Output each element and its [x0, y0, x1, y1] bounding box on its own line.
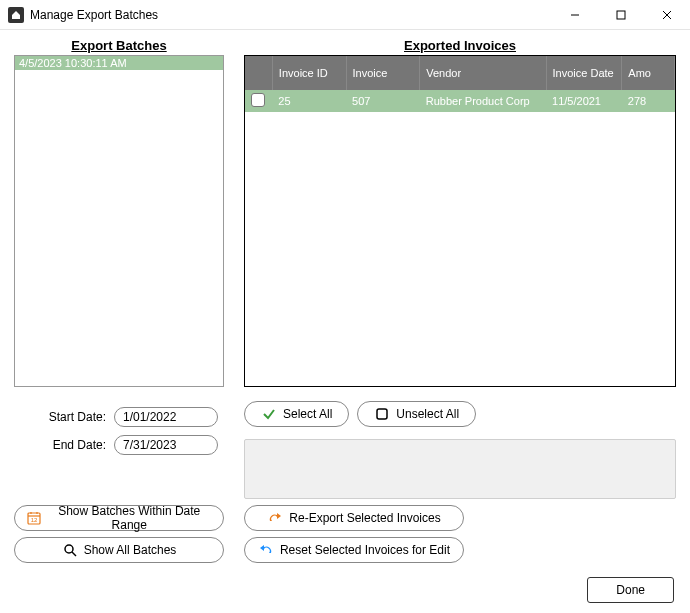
exported-invoices-grid[interactable]: Invoice ID Invoice Vendor Invoice Date A… [244, 55, 676, 387]
show-all-batches-label: Show All Batches [84, 543, 177, 557]
svg-text:12: 12 [31, 517, 38, 523]
select-all-button[interactable]: Select All [244, 401, 349, 427]
calendar-icon: 12 [27, 510, 41, 526]
show-all-batches-button[interactable]: Show All Batches [14, 537, 224, 563]
export-batches-list[interactable]: 4/5/2023 10:30:11 AM [14, 55, 224, 387]
cell-vendor: Rubber Product Corp [420, 90, 546, 112]
export-batches-title: Export Batches [14, 38, 224, 53]
reset-button[interactable]: Reset Selected Invoices for Edit [244, 537, 464, 563]
col-invoice-id[interactable]: Invoice ID [272, 56, 346, 90]
svg-point-9 [65, 545, 73, 553]
show-batches-range-label: Show Batches Within Date Range [47, 504, 211, 532]
col-checkbox[interactable] [245, 56, 272, 90]
select-all-label: Select All [283, 407, 332, 421]
unselect-all-label: Unselect All [396, 407, 459, 421]
titlebar: Manage Export Batches [0, 0, 690, 30]
svg-line-10 [72, 552, 76, 556]
maximize-button[interactable] [598, 0, 644, 30]
done-label: Done [616, 583, 645, 597]
row-checkbox[interactable] [251, 93, 265, 107]
end-date-label: End Date: [14, 438, 114, 452]
app-icon [8, 7, 24, 23]
cell-invoice-date: 11/5/2021 [546, 90, 622, 112]
col-invoice[interactable]: Invoice [346, 56, 420, 90]
cell-invoice: 507 [346, 90, 420, 112]
show-batches-range-button[interactable]: 12 Show Batches Within Date Range [14, 505, 224, 531]
cell-amount: 278 [622, 90, 675, 112]
unselect-all-button[interactable]: Unselect All [357, 401, 476, 427]
svg-rect-11 [377, 409, 387, 419]
reexport-label: Re-Export Selected Invoices [289, 511, 440, 525]
exported-invoices-title: Exported Invoices [244, 38, 676, 53]
end-date-input[interactable] [114, 435, 218, 455]
start-date-label: Start Date: [14, 410, 114, 424]
cell-invoice-id: 25 [272, 90, 346, 112]
reset-label: Reset Selected Invoices for Edit [280, 543, 450, 557]
batch-item[interactable]: 4/5/2023 10:30:11 AM [15, 56, 223, 70]
unchecked-icon [374, 406, 390, 422]
svg-rect-1 [617, 11, 625, 19]
status-panel [244, 439, 676, 499]
table-row[interactable]: 25 507 Rubber Product Corp 11/5/2021 278 [245, 90, 675, 112]
reexport-button[interactable]: Re-Export Selected Invoices [244, 505, 464, 531]
col-amount[interactable]: Amo [622, 56, 675, 90]
done-button[interactable]: Done [587, 577, 674, 603]
undo-icon [258, 542, 274, 558]
search-icon [62, 542, 78, 558]
window-controls [552, 0, 690, 30]
export-arrow-icon [267, 510, 283, 526]
start-date-input[interactable] [114, 407, 218, 427]
check-icon [261, 406, 277, 422]
col-invoice-date[interactable]: Invoice Date [546, 56, 622, 90]
window-title: Manage Export Batches [30, 8, 158, 22]
col-vendor[interactable]: Vendor [420, 56, 546, 90]
minimize-button[interactable] [552, 0, 598, 30]
close-button[interactable] [644, 0, 690, 30]
